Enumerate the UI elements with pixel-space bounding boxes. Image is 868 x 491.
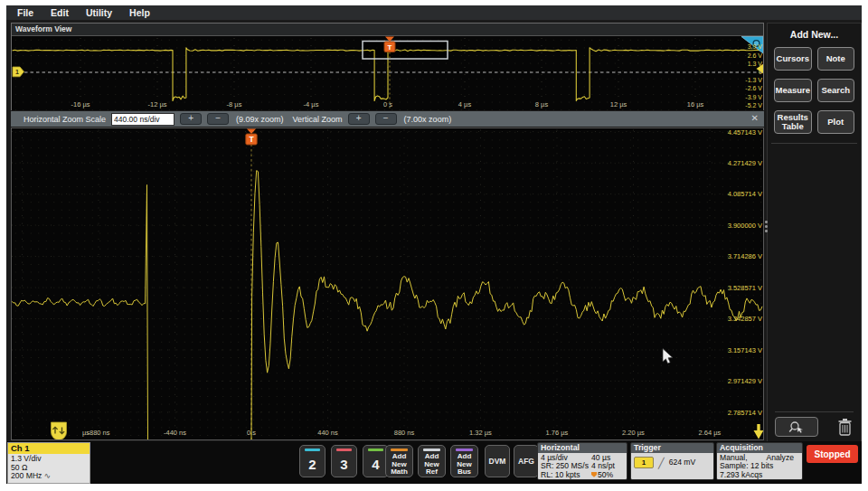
menu-bar: File Edit Utility Help — [6, 5, 862, 20]
horizontal-zoom-scale-input[interactable] — [111, 113, 175, 126]
svg-text:2.64 µs: 2.64 µs — [699, 429, 722, 437]
overview-waveform-trace — [13, 48, 763, 101]
trigger-panel[interactable]: Trigger 1 ╱ 624 mV — [630, 442, 714, 480]
svg-text:3.900000 V: 3.900000 V — [728, 222, 762, 230]
zoom-mode-button[interactable] — [775, 417, 818, 437]
overview-plot[interactable]: T1-16 µs-12 µs-8 µs-4 µs0 s4 µs8 µs12 µs… — [12, 36, 763, 110]
sidebar-bottom-tools — [775, 411, 854, 437]
add-new-math-button[interactable]: AddNewMath — [385, 445, 413, 477]
waveform-view-panel: Waveform View T1-16 µs-12 µs-8 µs-4 µs0 … — [11, 23, 764, 110]
horizontal-settings: 4 µs/div SR: 250 MS/s RL: 10 kpts 40 µs … — [538, 453, 627, 480]
trash-icon[interactable] — [836, 418, 854, 437]
menu-file[interactable]: File — [17, 7, 33, 18]
rising-edge-icon: ╱ — [658, 458, 665, 467]
svg-text:-1.3 V: -1.3 V — [745, 77, 762, 83]
acquisition-count: 7.293 kAcqs — [720, 471, 799, 479]
add-new-source-buttons: AddNewMath AddNewRef AddNewBus — [385, 445, 478, 477]
stopped-run-status-button[interactable]: Stopped — [807, 445, 858, 463]
svg-text:0 s: 0 s — [383, 100, 392, 109]
zoomed-waveform-panel: T4.457143 V4.271429 V4.085714 V3.900000 … — [11, 127, 764, 440]
svg-text:-3.9 V: -3.9 V — [745, 94, 762, 100]
svg-text:1.3 V: 1.3 V — [748, 61, 763, 67]
svg-text:4 µs: 4 µs — [458, 100, 472, 109]
zoom-grid — [12, 130, 763, 440]
channel1-badge[interactable]: Ch 1 1.3 V/div 50 Ω 200 MHz ∿ — [7, 442, 90, 484]
menu-edit[interactable]: Edit — [51, 7, 69, 18]
h-zoom-minus-button[interactable]: − — [207, 113, 229, 125]
add-new-header: Add New... — [768, 29, 861, 40]
acquisition-panel[interactable]: Acquisition Manual, Analyze Sample: 12 b… — [716, 442, 803, 480]
svg-text:4.271429 V: 4.271429 V — [728, 159, 762, 167]
scope-application: File Edit Utility Help Waveform View T1-… — [6, 5, 862, 484]
cursors-button[interactable]: Cursors — [774, 47, 812, 71]
svg-text:-5.2 V: -5.2 V — [745, 102, 762, 109]
h-zoom-plus-button[interactable]: + — [180, 113, 202, 125]
bus-color-stripe — [456, 449, 473, 451]
zoomed-waveform-trace — [12, 171, 762, 439]
channel3-button[interactable]: 3 — [331, 445, 357, 477]
zoomed-waveform-plot[interactable]: T4.457143 V4.271429 V4.085714 V3.900000 … — [12, 128, 763, 439]
channel1-name: Ch 1 — [8, 443, 90, 454]
svg-text:8 µs: 8 µs — [535, 100, 549, 109]
svg-text:-8 µs: -8 µs — [227, 100, 242, 109]
channel2-button[interactable]: 2 — [299, 445, 326, 477]
add-new-button-grid: Cursors Note Measure Search Results Tabl… — [768, 47, 861, 134]
svg-text:1.76 µs: 1.76 µs — [546, 429, 569, 437]
svg-text:3.157143 V: 3.157143 V — [728, 346, 762, 354]
channel1-settings: 1.3 V/div 50 Ω 200 MHz ∿ — [8, 454, 90, 483]
dvm-button[interactable]: DVM — [485, 445, 510, 477]
svg-text:0: 0 — [759, 69, 762, 75]
bandwidth-limit-icon: ∿ — [44, 471, 51, 480]
svg-text:16 µs: 16 µs — [687, 100, 704, 109]
ref-color-stripe — [423, 449, 440, 451]
panel-resize-handle[interactable] — [765, 221, 768, 232]
svg-text:-4 µs: -4 µs — [304, 100, 319, 109]
svg-text:3.9 V: 3.9 V — [748, 43, 763, 50]
svg-text:3.342857 V: 3.342857 V — [728, 315, 762, 323]
add-new-ref-button[interactable]: AddNewRef — [418, 445, 446, 477]
search-button[interactable]: Search — [817, 79, 855, 102]
plot-button[interactable]: Plot — [817, 110, 855, 134]
svg-text:0 s: 0 s — [247, 429, 256, 437]
mouse-cursor — [663, 349, 673, 364]
bottom-status-bar: Ch 1 1.3 V/div 50 Ω 200 MHz ∿ 2 3 — [6, 441, 862, 484]
svg-text:3.528571 V: 3.528571 V — [728, 284, 762, 292]
svg-text:-440 ns: -440 ns — [164, 429, 186, 437]
svg-text:4.085714 V: 4.085714 V — [728, 190, 762, 198]
afg-button[interactable]: AFG — [514, 445, 539, 477]
channel1-clipping-badge — [52, 422, 67, 439]
svg-text:4.457143 V: 4.457143 V — [728, 128, 762, 137]
svg-text:2.6 V: 2.6 V — [748, 52, 763, 59]
record-length: RL: 10 kpts — [541, 471, 591, 479]
svg-text:2.971429 V: 2.971429 V — [728, 377, 762, 385]
horizontal-panel[interactable]: Horizontal 4 µs/div SR: 250 MS/s RL: 10 … — [537, 442, 627, 480]
channel-offscreen-arrow — [754, 430, 764, 439]
add-new-bus-button[interactable]: AddNewBus — [450, 445, 478, 477]
svg-text:2.20 µs: 2.20 µs — [622, 429, 645, 437]
note-button[interactable]: Note — [817, 47, 855, 71]
channel4-color-stripe — [368, 449, 383, 451]
channel3-color-stripe — [336, 449, 352, 451]
trigger-position: 50% — [591, 471, 624, 479]
v-zoom-factor: (7.00x zoom) — [404, 115, 452, 124]
right-sidebar: Add New... Cursors Note Measure Search R… — [767, 23, 862, 442]
zoom-axis-labels: 4.457143 V4.271429 V4.085714 V3.900000 V… — [82, 128, 762, 437]
horizontal-zoom-scale-label: Horizontal Zoom Scale — [24, 115, 106, 124]
results-table-button[interactable]: Results Table — [774, 110, 812, 134]
menu-help[interactable]: Help — [129, 7, 150, 18]
measure-button[interactable]: Measure — [774, 79, 812, 102]
waveform-view-title: Waveform View — [12, 24, 763, 36]
menu-utility[interactable]: Utility — [86, 7, 112, 18]
trigger-level: 624 mV — [669, 458, 696, 467]
svg-text:-16 µs: -16 µs — [71, 100, 90, 109]
svg-text:T: T — [249, 135, 254, 144]
channel1-bandwidth: 200 MHz ∿ — [11, 472, 87, 481]
v-zoom-plus-button[interactable]: + — [348, 113, 370, 125]
v-zoom-minus-button[interactable]: − — [375, 113, 397, 125]
svg-text:-12 µs: -12 µs — [148, 100, 167, 109]
svg-text:440 ns: 440 ns — [317, 429, 338, 437]
channel2-color-stripe — [305, 449, 320, 451]
close-zoom-bar-icon[interactable]: ✕ — [751, 113, 759, 123]
h-zoom-factor: (9.09x zoom) — [236, 115, 284, 124]
svg-text:12 µs: 12 µs — [610, 100, 627, 109]
